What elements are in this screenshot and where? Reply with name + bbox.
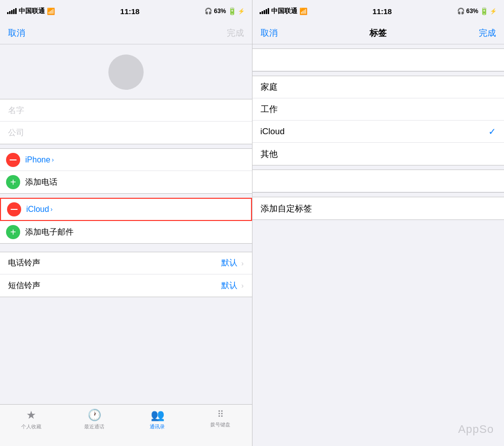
status-bar-left: 中国联通 📶 11:18 🎧 63% 🔋 ⚡ (0, 0, 252, 22)
ringtone-row[interactable]: 电话铃声 默认 › (0, 252, 252, 274)
empty-row-top (253, 49, 505, 71)
middle-empty-section (253, 170, 505, 193)
sms-tone-right: 默认 › (221, 281, 244, 291)
phone-label-chevron: › (52, 156, 54, 163)
remove-email-button[interactable] (7, 202, 21, 216)
company-input[interactable] (8, 128, 244, 137)
tag-row-qita[interactable]: 其他 (253, 143, 505, 165)
tab-recents[interactable]: 🕐 最近通话 (63, 409, 126, 430)
name-company-group (0, 99, 252, 144)
headphone-icon-right: 🎧 (457, 8, 465, 15)
charging-icon-right: ⚡ (490, 8, 497, 15)
add-email-group: + 添加电子邮件 (0, 221, 252, 244)
battery-area-right: 🎧 63% 🔋 ⚡ (457, 7, 497, 15)
battery-percent-right: 63% (466, 8, 478, 15)
wifi-icon-right: 📶 (299, 8, 307, 15)
time-left: 11:18 (120, 7, 140, 16)
add-custom-section: 添加自定标签 (253, 197, 505, 220)
sms-tone-chevron: › (241, 282, 244, 290)
headphone-icon-left: 🎧 (205, 8, 212, 15)
add-custom-label: 添加自定标签 (261, 203, 312, 214)
phone-group: iPhone › + 添加电话 (0, 148, 252, 194)
cancel-button-right[interactable]: 取消 (261, 27, 278, 39)
keypad-icon: ⠿ (217, 409, 224, 420)
left-panel: 中国联通 📶 11:18 🎧 63% 🔋 ⚡ 取消 完成 (0, 0, 252, 446)
company-field-row (0, 122, 252, 144)
carrier-right: 中国联通 (271, 7, 297, 16)
time-right: 11:18 (372, 7, 392, 16)
done-button-right[interactable]: 完成 (479, 27, 496, 39)
signal-icon-right (260, 8, 269, 14)
sms-tone-label: 短信铃声 (8, 281, 40, 291)
email-label-button[interactable]: iCloud › (26, 205, 52, 214)
tags-section: 家庭 工作 iCloud ✓ 其他 (253, 76, 505, 165)
email-highlighted-row: iCloud › (0, 198, 252, 221)
tag-row-icloud[interactable]: iCloud ✓ (253, 121, 505, 143)
nav-bar-left: 取消 完成 (0, 22, 252, 44)
email-input[interactable] (57, 205, 250, 214)
battery-icon-right: 🔋 (480, 7, 488, 15)
email-label-chevron: › (50, 206, 52, 213)
nav-bar-right: 取消 标签 完成 (253, 22, 505, 44)
ringtone-value: 默认 (221, 258, 237, 268)
top-empty-section (253, 48, 505, 72)
remove-phone-button[interactable] (6, 153, 20, 167)
tag-label-icloud: iCloud (261, 127, 285, 137)
appso-watermark: AppSo (458, 423, 494, 436)
battery-area-left: 🎧 63% 🔋 ⚡ (205, 7, 244, 15)
avatar[interactable] (108, 54, 144, 90)
add-email-label: 添加电子邮件 (25, 227, 74, 238)
add-phone-label: 添加电话 (25, 177, 57, 188)
add-email-button[interactable]: + (6, 225, 20, 239)
add-phone-button[interactable]: + (6, 175, 20, 189)
form-scroll: iPhone › + 添加电话 iCloud › + 添加 (0, 44, 252, 404)
right-panel: 中国联通 📶 11:18 🎧 63% 🔋 ⚡ 取消 标签 完成 家庭 工作 (253, 0, 505, 446)
recents-icon: 🕐 (88, 409, 101, 422)
name-input[interactable] (8, 106, 244, 115)
add-custom-row[interactable]: 添加自定标签 (253, 197, 505, 219)
empty-row-middle (253, 170, 505, 192)
ringtone-right: 默认 › (221, 258, 244, 268)
sms-tone-row[interactable]: 短信铃声 默认 › (0, 274, 252, 297)
tag-label-qita: 其他 (261, 148, 278, 160)
tag-row-gongzuo[interactable]: 工作 (253, 98, 505, 121)
tab-keypad[interactable]: ⠿ 拨号键盘 (189, 409, 252, 428)
ringtone-chevron: › (241, 259, 244, 267)
recents-label: 最近通话 (84, 423, 104, 430)
phone-input[interactable] (59, 155, 252, 164)
tab-favorites[interactable]: ★ 个人收藏 (0, 409, 63, 430)
add-phone-row[interactable]: + 添加电话 (0, 171, 252, 193)
phone-row: iPhone › (0, 149, 252, 171)
tag-checkmark-icloud: ✓ (488, 126, 496, 137)
nav-title-right: 标签 (369, 27, 387, 39)
signal-icon (7, 8, 17, 14)
favorites-label: 个人收藏 (21, 423, 41, 430)
phone-label-button[interactable]: iPhone › (25, 155, 54, 164)
tag-label-jiating: 家庭 (261, 81, 278, 93)
phone-label-text: iPhone (25, 155, 50, 164)
contacts-label: 通讯录 (150, 423, 165, 430)
name-field-row (0, 99, 252, 122)
keypad-label: 拨号键盘 (210, 421, 230, 428)
status-bar-right: 中国联通 📶 11:18 🎧 63% 🔋 ⚡ (253, 0, 505, 22)
battery-icon-left: 🔋 (228, 7, 236, 15)
tag-list: 家庭 工作 iCloud ✓ 其他 添加自定标签 (253, 44, 505, 446)
done-button-left[interactable]: 完成 (227, 27, 244, 39)
favorites-icon: ★ (26, 409, 36, 422)
wifi-icon-left: 📶 (47, 8, 55, 15)
tab-contacts[interactable]: 👥 通讯录 (126, 409, 189, 430)
battery-percent-left: 63% (214, 8, 226, 15)
tab-bar: ★ 个人收藏 🕐 最近通话 👥 通讯录 ⠿ 拨号键盘 (0, 404, 252, 446)
tag-row-jiating[interactable]: 家庭 (253, 76, 505, 98)
ringtone-label: 电话铃声 (8, 258, 40, 268)
contacts-icon: 👥 (151, 409, 164, 422)
charging-icon-left: ⚡ (238, 8, 245, 15)
ringtone-group: 电话铃声 默认 › 短信铃声 默认 › (0, 252, 252, 297)
sms-tone-value: 默认 (221, 281, 237, 291)
tag-label-gongzuo: 工作 (261, 103, 278, 115)
add-email-row[interactable]: + 添加电子邮件 (0, 221, 252, 243)
avatar-section (0, 44, 252, 95)
cancel-button-left[interactable]: 取消 (8, 27, 25, 39)
carrier-left: 中国联通 (19, 7, 45, 16)
email-label-text: iCloud (26, 205, 49, 214)
